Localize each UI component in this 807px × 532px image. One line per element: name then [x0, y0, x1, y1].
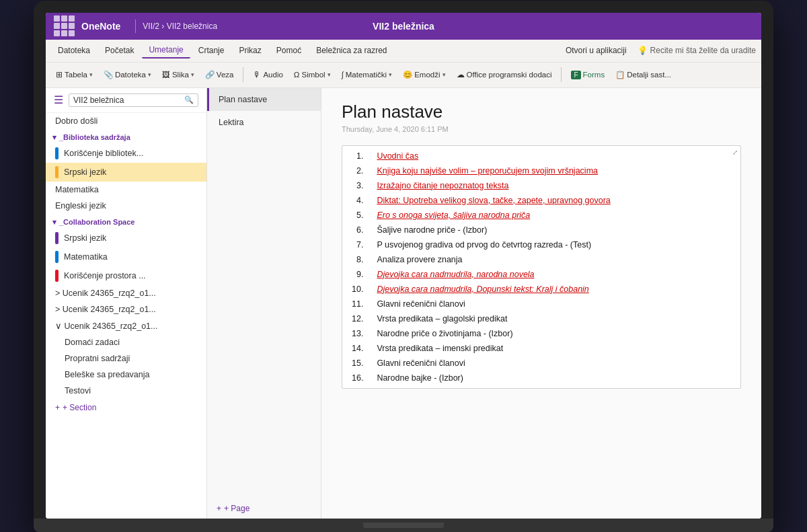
sidebar-search-box[interactable]: VII2 beležnica 🔍 [69, 93, 198, 107]
menu-umetanje[interactable]: Umetanje [142, 42, 190, 59]
sidebar-notebook-name: VII2 beležnica [73, 96, 182, 105]
sidebar-item-matematika[interactable]: Matematika [46, 182, 206, 198]
sidebar-item-koriscenje-prostora[interactable]: Korišćenje prostora ... [46, 266, 206, 285]
row-number: 10. [342, 282, 367, 297]
row-number: 4. [342, 193, 367, 208]
toolbar-table[interactable]: ⊞ Tabela ▾ [51, 67, 98, 82]
row-text[interactable]: Djevojka cara nadmudrila, narodna novela [367, 267, 740, 282]
row-number: 14. [342, 341, 367, 356]
link-icon: 🔗 [205, 70, 215, 79]
row-text[interactable]: Glavni rečenični članovi [367, 297, 740, 311]
toolbar-office-addins[interactable]: ☁ Office programski dodaci [452, 67, 557, 82]
toolbar-veza[interactable]: 🔗 Veza [200, 67, 239, 82]
search-icon[interactable]: 🔍 [184, 96, 194, 104]
chevron-down-icon: ▾ [52, 133, 56, 142]
sidebar-item-engleski[interactable]: Engleski jezik [46, 198, 206, 214]
toolbar-simbol[interactable]: Ω Simbol ▾ [289, 68, 336, 81]
attach-icon: 📎 [104, 70, 113, 79]
search-hint[interactable]: Recite mi šta želite da uradite [650, 46, 756, 55]
row-number: 1. [342, 149, 367, 163]
details-icon: 📋 [615, 70, 625, 79]
table-row: 11.Glavni rečenični članovi [342, 297, 740, 311]
row-text[interactable]: Glavni rečenični članovi [367, 356, 740, 371]
resize-handle[interactable]: ⤢ [732, 149, 738, 156]
omega-icon: Ω [294, 71, 300, 79]
row-text[interactable]: Diktat: Upotreba velikog slova, tačke, z… [367, 193, 740, 208]
menu-prikaz[interactable]: Prikaz [232, 43, 268, 58]
row-text[interactable]: Vrsta predikata – imenski predikat [367, 341, 740, 356]
table-row: 4.Diktat: Upotreba velikog slova, tačke,… [342, 193, 740, 208]
section-color-red [55, 270, 59, 282]
plus-icon: + [217, 504, 221, 513]
page-item-plan-nastave[interactable]: Plan nastave [207, 88, 321, 111]
add-page-button[interactable]: + + Page [207, 498, 321, 519]
row-text[interactable]: Knjiga koju najviše volim – preporučujem… [367, 163, 740, 178]
table-row: 16.Narodne bajke - (Izbor) [342, 371, 740, 385]
row-text[interactable]: Djevojka cara nadmudrila, Dopunski tekst… [367, 282, 740, 297]
row-text[interactable]: Narodne bajke - (Izbor) [367, 371, 740, 385]
sidebar-item-domaci[interactable]: Domaći zadaci [46, 334, 206, 350]
table-row: 5.Ero s onoga svijeta, šaljiva narodna p… [342, 208, 740, 223]
hamburger-icon[interactable]: ☰ [54, 93, 63, 106]
menu-open-app[interactable]: Otvori u aplikaciji [559, 43, 633, 58]
page-date: Thursday, June 4, 2020 6:11 PM [342, 125, 741, 133]
sidebar-item-ucenik3[interactable]: ∨ Ucenik 24365_rzq2_o1... [46, 317, 206, 334]
table-row: 6.Šaljive narodne priče - (Izbor) [342, 223, 740, 237]
page-item-lektira[interactable]: Lektira [207, 111, 321, 134]
toolbar-matematicki[interactable]: ∫ Matematički ▾ [337, 68, 397, 81]
sidebar-item-propratni[interactable]: Propratni sadržaji [46, 350, 206, 367]
breadcrumb: VII/2 › VII2 beležnica [143, 22, 217, 31]
laptop-frame: OneNote VII/2 › VII2 beležnica VII2 bele… [34, 1, 773, 532]
row-text[interactable]: P usvojenog gradiva od prvog do četvrtog… [367, 237, 740, 252]
row-text[interactable]: Analiza provere znanja [367, 252, 740, 267]
chevron-down-icon: ▾ [52, 218, 56, 227]
row-text[interactable]: Šaljive narodne priče - (Izbor) [367, 223, 740, 237]
toolbar-detalji[interactable]: 📋 Detalji sast... [611, 67, 676, 82]
sidebar-item-ucenik2[interactable]: > Ucenik 24365_rzq2_o1... [46, 301, 206, 317]
image-icon: 🖼 [162, 71, 170, 79]
menu-beleznica-razred[interactable]: Beležnica za razred [309, 43, 393, 58]
row-number: 6. [342, 223, 367, 237]
page-title: Plan nastave [342, 102, 741, 122]
toolbar-forms[interactable]: F Forms [566, 68, 609, 82]
toolbar-divider-1 [243, 67, 243, 82]
sidebar-item-collab-matematika[interactable]: Matematika [46, 248, 206, 266]
section-color-gold [55, 166, 59, 178]
sidebar-item-koriscenje[interactable]: Korišćenje bibliotek... [46, 144, 206, 163]
toolbar-group-media: 🎙 Audio Ω Simbol ▾ ∫ Matematički ▾ 😊 Emo… [248, 67, 556, 82]
table-row: 14.Vrsta predikata – imenski predikat [342, 341, 740, 356]
sidebar-item-dobro-dosli[interactable]: Dobro došli [46, 113, 206, 129]
screen: OneNote VII/2 › VII2 beležnica VII2 bele… [46, 13, 761, 519]
content-area: Plan nastave Thursday, June 4, 2020 6:11… [321, 88, 761, 519]
sidebar-item-testovi[interactable]: Testovi [46, 383, 206, 399]
row-number: 7. [342, 237, 367, 252]
toolbar-audio[interactable]: 🎙 Audio [248, 68, 287, 81]
menu-right: Otvori u aplikaciji 💡 Recite mi šta želi… [559, 43, 756, 58]
row-text[interactable]: Izražajno čitanje nepoznatog teksta [367, 178, 740, 193]
table-row: 15.Glavni rečenični članovi [342, 356, 740, 371]
content-table-wrapper: ⤢ 1.Uvodni čas2.Knjiga koju najviše voli… [342, 145, 741, 389]
row-number: 9. [342, 267, 367, 282]
sidebar-section-biblioteka[interactable]: ▾ _Biblioteka sadržaja [46, 129, 206, 144]
sidebar: ☰ VII2 beležnica 🔍 Dobro došli ▾ _Biblio… [46, 88, 207, 519]
add-section-button[interactable]: + + Section [46, 399, 206, 416]
sidebar-item-collab-srpski[interactable]: Srpski jezik [46, 229, 206, 248]
app-grid-icon[interactable] [54, 15, 75, 36]
sidebar-item-ucenik1[interactable]: > Ucenik 24365_rzq2_o1... [46, 285, 206, 301]
row-text[interactable]: Uvodni čas [367, 149, 740, 163]
row-text[interactable]: Vrsta predikata – glagolski predikat [367, 311, 740, 326]
menu-pocetak[interactable]: Početak [98, 43, 141, 58]
sidebar-item-srpski[interactable]: Srpski jezik [46, 163, 206, 182]
sidebar-section-collaboration[interactable]: ▾ _Collaboration Space [46, 214, 206, 229]
row-text[interactable]: Ero s onoga svijeta, šaljiva narodna pri… [367, 208, 740, 223]
sidebar-item-beleske[interactable]: Beleške sa predavanja [46, 367, 206, 383]
menu-pomoc[interactable]: Pomoć [270, 43, 308, 58]
toolbar-emodzi[interactable]: 😊 Emodži ▾ [398, 67, 450, 82]
toolbar-slika[interactable]: 🖼 Slika ▾ [157, 68, 199, 81]
menu-datoteka[interactable]: Datoteka [51, 43, 97, 58]
row-text[interactable]: Narodne priče o životinjama - (Izbor) [367, 326, 740, 341]
row-number: 8. [342, 252, 367, 267]
menu-crtanje[interactable]: Crtanje [192, 43, 231, 58]
toolbar-datoteka[interactable]: 📎 Datoteka ▾ [99, 67, 156, 82]
app-name: OneNote [81, 21, 120, 32]
